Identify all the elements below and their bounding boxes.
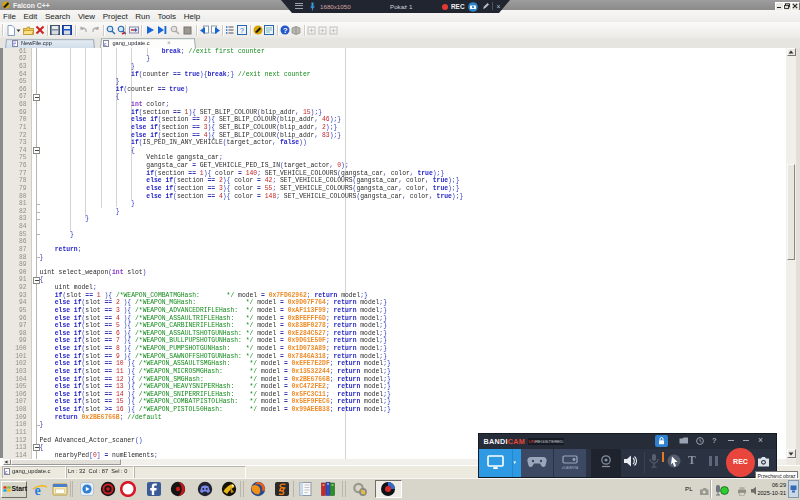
svg-text:?: ? xyxy=(283,26,288,35)
svg-text:e: e xyxy=(35,483,41,498)
svg-text:?: ? xyxy=(240,27,244,34)
